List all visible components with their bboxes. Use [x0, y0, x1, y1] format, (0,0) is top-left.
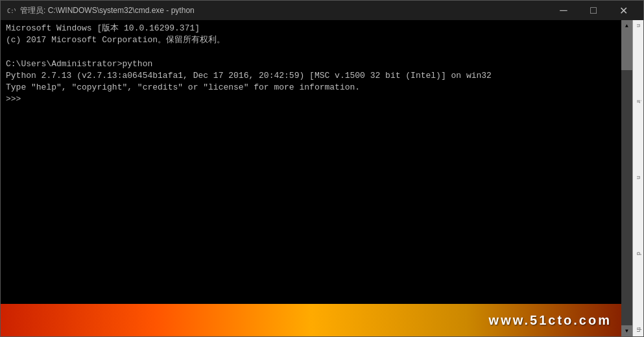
window-controls: ─ □ ✕: [549, 1, 638, 20]
scroll-track[interactable]: [621, 31, 632, 325]
sidebar-label-n1: n: [633, 21, 643, 30]
window-title: 管理员: C:\WINDOWS\system32\cmd.exe - pytho…: [20, 5, 549, 16]
terminal-line-0: Microsoft Windows [版本 10.0.16299.371]: [6, 23, 616, 34]
terminal-line-1: (c) 2017 Microsoft Corporation。保留所有权利。: [6, 34, 616, 46]
maximize-button[interactable]: □: [578, 1, 608, 20]
cmd-window: C:\ 管理员: C:\WINDOWS\system32\cmd.exe - p…: [0, 0, 644, 337]
scroll-thumb[interactable]: [621, 31, 632, 70]
title-bar: C:\ 管理员: C:\WINDOWS\system32\cmd.exe - p…: [1, 1, 643, 20]
sidebar-label-d: d: [633, 249, 643, 258]
terminal-line-2: [6, 46, 616, 58]
close-button[interactable]: ✕: [608, 1, 638, 20]
sidebar-label-th: th: [633, 325, 643, 335]
right-sidebar: n ir n d th: [632, 20, 643, 336]
minimize-button[interactable]: ─: [549, 1, 578, 20]
sidebar-label-n2: n: [633, 173, 643, 182]
sidebar-content: n ir n d th: [633, 20, 643, 336]
scrollbar[interactable]: ▲ ▼: [621, 20, 632, 336]
terminal-line-6: >>>: [6, 94, 616, 105]
terminal-line-5: Type "help", "copyright", "credits" or "…: [6, 82, 616, 94]
sidebar-label-ir: ir: [633, 97, 643, 106]
bottom-watermark: www.51cto.com: [489, 313, 612, 328]
scroll-down-button[interactable]: ▼: [621, 325, 632, 336]
cmd-icon: C:\: [6, 5, 16, 16]
terminal[interactable]: Microsoft Windows [版本 10.0.16299.371] (c…: [1, 20, 621, 336]
main-area: Microsoft Windows [版本 10.0.16299.371] (c…: [1, 20, 643, 336]
terminal-line-4: Python 2.7.13 (v2.7.13:a06454b1afa1, Dec…: [6, 70, 616, 82]
terminal-line-3: C:\Users\Administrator>python: [6, 58, 616, 70]
scroll-up-button[interactable]: ▲: [621, 20, 632, 31]
svg-text:C:\: C:\: [7, 8, 16, 14]
